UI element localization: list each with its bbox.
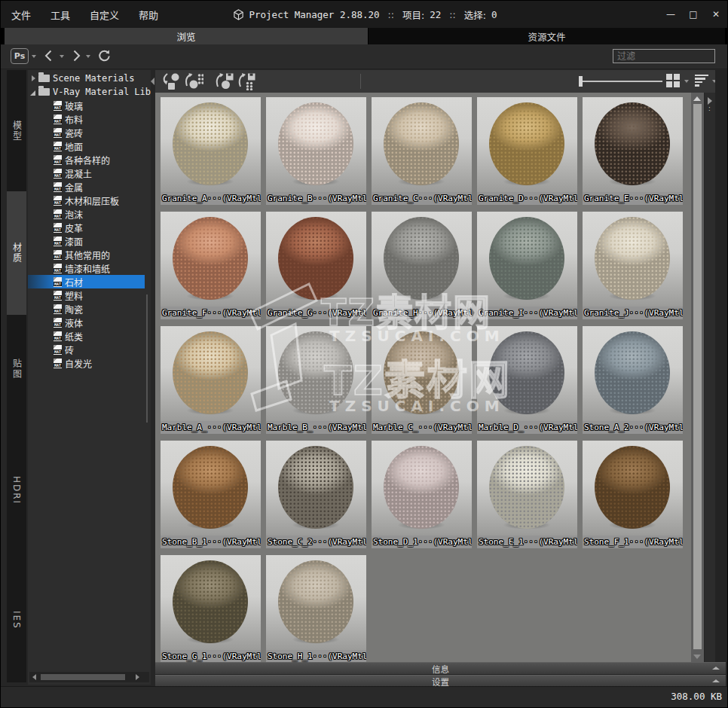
tree-item-其他常用的[interactable]: 其他常用的 (28, 248, 151, 261)
tree-root-1[interactable]: Scene Materials (28, 72, 151, 85)
tree-item-液体[interactable]: 液体 (28, 316, 151, 329)
refresh-icon[interactable] (97, 49, 112, 63)
material-card-14[interactable]: Marble_D_···(VRayMtl) (477, 326, 577, 434)
material-card-8[interactable]: Granite_H···(VRayMtl) (372, 212, 472, 319)
tree-item-陶瓷[interactable]: 陶瓷 (28, 302, 151, 316)
material-card-6[interactable]: Granite_F···(VRayMtl) (161, 212, 261, 319)
save-material-icon[interactable] (214, 72, 234, 90)
tree-item-漆面[interactable]: 漆面 (28, 234, 151, 248)
material-sphere (489, 102, 564, 185)
material-card-13[interactable]: Marble_C_···(VRayMtl) (372, 326, 472, 434)
pick-material-icon[interactable] (184, 72, 203, 90)
material-label: Marble_A_···(VRayMtl) (161, 421, 261, 434)
forward-icon[interactable] (69, 49, 83, 63)
material-card-21[interactable]: Stone_G_1···(VRayMtl) (161, 555, 261, 662)
expand-info-icon[interactable] (712, 667, 720, 670)
assign-material-icon[interactable] (161, 72, 181, 90)
side-tab-材质[interactable]: 材质 (7, 191, 26, 315)
side-tab-HDRI[interactable]: HDRI (7, 423, 26, 558)
material-card-16[interactable]: Stone_B_1···(VRayMtl) (161, 441, 261, 548)
tree-item-玻璃[interactable]: 玻璃 (28, 99, 151, 112)
info-panel-header[interactable]: 信息 (155, 662, 726, 674)
material-card-22[interactable]: Stone_H_1···(VRayMtl) (266, 555, 366, 662)
tree-item-泡沫[interactable]: 泡沫 (28, 207, 151, 221)
material-card-19[interactable]: Stone_E_1···(VRayMtl) (477, 441, 577, 548)
filter-input[interactable] (613, 49, 715, 63)
expand-panel-icon[interactable] (708, 97, 712, 105)
back-icon[interactable] (42, 49, 56, 63)
collapse-tree-icon[interactable] (151, 78, 154, 85)
tree-root-2[interactable]: V-Ray Material Libra (28, 85, 151, 99)
tree-item-布料[interactable]: 布料 (28, 112, 151, 126)
scroll-up-icon[interactable] (693, 96, 701, 101)
material-card-2[interactable]: Granite_B···(VRayMtl) (266, 97, 366, 205)
side-tab-IES[interactable]: IES (7, 558, 26, 682)
material-file-icon (54, 331, 62, 341)
material-card-4[interactable]: Granite_D···(VRayMtl) (477, 97, 577, 205)
settings-panel-header[interactable]: 设置 (155, 675, 726, 687)
tree-item-塑料[interactable]: 塑料 (28, 288, 151, 302)
titlebar: 文件工具自定义帮助 Project Manager 2.88.20 :: 项目:… (1, 1, 728, 29)
tab-resource-files[interactable]: 资源文件 (369, 28, 725, 44)
thumbnail-size-slider[interactable] (580, 81, 662, 82)
tree-hscroll-thumb[interactable] (41, 674, 125, 680)
grid-vscroll-thumb[interactable] (693, 104, 702, 649)
scroll-down-icon[interactable] (693, 655, 701, 659)
material-card-5[interactable]: Granite_E···(VRayMtl) (583, 97, 683, 205)
tree-item-纸类[interactable]: 纸类 (28, 329, 151, 343)
tree-item-砖[interactable]: 砖 (28, 343, 151, 356)
forward-history-caret-icon[interactable] (86, 55, 90, 58)
side-tab-贴图[interactable]: 贴图 (7, 315, 26, 423)
tree-item-地面[interactable]: 地面 (28, 139, 151, 153)
close-icon[interactable]: ✕ (711, 9, 721, 20)
material-card-20[interactable]: Stone_F_1···(VRayMtl) (583, 441, 683, 548)
material-card-7[interactable]: Granite_G···(VRayMtl) (266, 212, 366, 319)
expand-settings-icon[interactable] (712, 679, 720, 682)
collapsed-arrow-icon[interactable] (32, 75, 35, 81)
tree-item-木材和层压板[interactable]: 木材和层压板 (28, 194, 151, 207)
side-tab-模型[interactable]: 模型 (7, 70, 26, 191)
thumbnail-size-slider-thumb[interactable] (579, 76, 583, 87)
navigation-toolbar: Ps (1, 44, 728, 69)
photoshop-button[interactable]: Ps (11, 48, 29, 64)
tree-item-label: 液体 (65, 316, 83, 329)
tree-item-墙漆和墙纸[interactable]: 墙漆和墙纸 (28, 261, 151, 275)
sort-icon[interactable] (695, 75, 708, 87)
tree-item-label: 漆面 (65, 235, 83, 248)
material-card-17[interactable]: Stone_C_2···(VRayMtl) (266, 441, 366, 548)
tab-browse[interactable]: 浏览 (5, 28, 368, 44)
material-card-3[interactable]: Granite_C···(VRayMtl) (372, 97, 472, 205)
back-history-caret-icon[interactable] (60, 55, 64, 58)
tree-item-皮革[interactable]: 皮革 (28, 221, 151, 234)
material-card-9[interactable]: Granite_I···(VRayMtl) (477, 212, 577, 319)
material-card-10[interactable]: Granite_J···(VRayMtl) (583, 212, 683, 319)
save-material-set-icon[interactable] (237, 72, 256, 90)
scroll-right-icon[interactable] (136, 674, 139, 680)
tree-item-瓷砖[interactable]: 瓷砖 (28, 126, 151, 139)
grid-vertical-scrollbar[interactable] (691, 93, 704, 662)
material-label: Stone_B_1···(VRayMtl) (161, 536, 261, 548)
tree-item-各种各样的[interactable]: 各种各样的 (28, 153, 151, 166)
material-card-11[interactable]: Marble_A_···(VRayMtl) (161, 326, 261, 434)
grid-view-icon[interactable] (666, 74, 681, 88)
material-card-1[interactable]: Granite_A···(VRayMtl) (161, 97, 261, 205)
tree-item-石材[interactable]: 石材 (28, 275, 145, 288)
collapsed-right-panel[interactable]: : (705, 93, 715, 662)
tree-item-混凝土[interactable]: 混凝土 (28, 166, 151, 180)
scroll-left-icon[interactable] (32, 674, 36, 680)
window-title: Project Manager 2.88.20 :: 项目: 22 :: 选择:… (1, 1, 728, 28)
tree-horizontal-scrollbar[interactable] (29, 672, 149, 682)
tree-item-金属[interactable]: 金属 (28, 180, 151, 194)
material-toolbar (155, 70, 715, 93)
photoshop-dropdown-caret-icon[interactable] (32, 55, 36, 58)
view-mode-caret-icon[interactable] (684, 80, 689, 83)
material-card-15[interactable]: Stone_A_2···(VRayMtl) (583, 326, 683, 434)
expanded-arrow-icon[interactable] (30, 90, 35, 96)
tree-root-label: V-Ray Material Libra (53, 87, 151, 97)
material-card-18[interactable]: Stone_D_1···(VRayMtl) (372, 441, 472, 548)
material-card-12[interactable]: Marble_B_···(VRayMtl) (266, 326, 366, 434)
tree-item-自发光[interactable]: 自发光 (28, 356, 151, 370)
material-label: Marble_B_···(VRayMtl) (266, 421, 366, 434)
minimize-icon[interactable]: — (665, 9, 676, 20)
maximize-icon[interactable]: □ (688, 9, 699, 20)
